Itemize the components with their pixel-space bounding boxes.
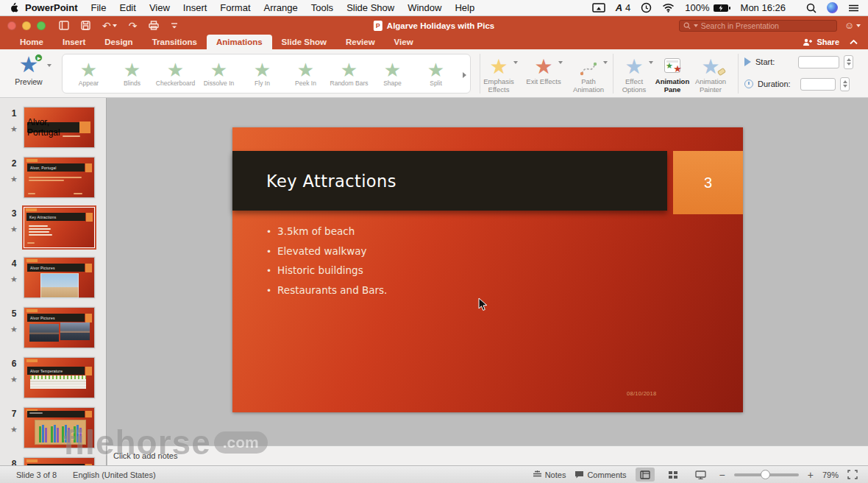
search-scope-caret[interactable] <box>694 24 698 27</box>
slide-body-placeholder[interactable]: 3.5km of beach Elevated walkway Historic… <box>266 225 387 303</box>
animation-pane-button[interactable]: Animation Pane <box>652 54 693 94</box>
menubar-clock[interactable]: Mon 16:26 <box>741 2 786 13</box>
close-window-button[interactable] <box>7 21 16 30</box>
zoom-slider[interactable] <box>734 473 799 476</box>
gallery-item-appear[interactable]: ★Appear <box>67 60 110 88</box>
gallery-more-arrow[interactable] <box>463 72 466 78</box>
animation-painter-button[interactable]: ★ Animation Painter <box>690 54 731 94</box>
tab-insert[interactable]: Insert <box>53 35 95 49</box>
effect-options-button[interactable]: ★ Effect Options <box>613 54 655 94</box>
app-status-badge[interactable]: A4 <box>616 2 631 13</box>
menu-insert[interactable]: Insert <box>177 2 214 13</box>
path-animation-caret[interactable] <box>603 61 608 64</box>
slide-sorter-view-button[interactable] <box>664 468 683 482</box>
battery-status[interactable]: 100% <box>685 2 730 13</box>
menu-file[interactable]: File <box>85 2 113 13</box>
print-button[interactable] <box>149 21 159 30</box>
menu-format[interactable]: Format <box>213 2 257 13</box>
zoom-slider-knob[interactable] <box>761 470 770 479</box>
menu-edit[interactable]: Edit <box>113 2 142 13</box>
language-indicator[interactable]: English (United States) <box>73 470 156 479</box>
path-animation-button[interactable]: Path Animation <box>568 54 609 94</box>
fit-slide-to-window-button[interactable] <box>847 470 858 479</box>
duration-field[interactable] <box>800 78 836 91</box>
notes-toggle-button[interactable]: Notes <box>533 470 566 479</box>
start-stepper[interactable] <box>844 55 853 69</box>
preview-button[interactable]: ★▶ Preview <box>6 54 51 86</box>
siri-icon[interactable] <box>827 2 838 13</box>
duration-stepper[interactable] <box>840 77 850 91</box>
gallery-item-peek-in[interactable]: ★Peek In <box>284 60 327 88</box>
wifi-icon[interactable] <box>662 3 675 13</box>
tab-view[interactable]: View <box>385 35 423 49</box>
tab-transitions[interactable]: Transitions <box>143 35 207 49</box>
gallery-item-checkerboard[interactable]: ★Checkerboard <box>154 60 197 88</box>
slide-count-indicator[interactable]: Slide 3 of 8 <box>16 470 57 479</box>
slideshow-view-button[interactable] <box>691 468 711 482</box>
gallery-item-blinds[interactable]: ★Blinds <box>110 60 154 88</box>
collapse-ribbon-button[interactable] <box>850 40 858 44</box>
preview-dropdown-caret[interactable] <box>47 64 51 67</box>
menu-view[interactable]: View <box>143 2 177 13</box>
slide-thumbnail-5[interactable]: Alvor Pictures <box>24 307 95 348</box>
menu-tools[interactable]: Tools <box>305 2 340 13</box>
zoom-window-button[interactable] <box>37 21 46 30</box>
gallery-item-shape[interactable]: ★Shape <box>371 60 414 88</box>
share-button[interactable]: Share <box>803 38 839 46</box>
menu-arrange[interactable]: Arrange <box>257 2 305 13</box>
tab-home[interactable]: Home <box>10 35 53 49</box>
tab-animations[interactable]: Animations <box>207 35 272 49</box>
slide-number-box[interactable]: 3 <box>673 151 743 214</box>
toolbar-overflow-button[interactable] <box>171 22 178 29</box>
emphasis-effects-button[interactable]: ★ Emphasis Effects <box>478 54 519 94</box>
menu-slide-show[interactable]: Slide Show <box>340 2 401 13</box>
save-button[interactable] <box>81 21 90 30</box>
show-pane-button[interactable] <box>59 21 69 30</box>
exit-caret[interactable] <box>558 61 563 64</box>
slide-thumbnail-4[interactable]: Alvor Pictures <box>24 257 95 298</box>
menu-window[interactable]: Window <box>401 2 448 13</box>
redo-button[interactable]: ↷ <box>129 21 138 31</box>
share-label: Share <box>817 38 839 46</box>
app-badge-count: 4 <box>625 2 630 13</box>
slide-thumbnail-7[interactable] <box>24 407 95 448</box>
zoom-out-button[interactable]: − <box>719 470 725 480</box>
gallery-item-random-bars[interactable]: ★Random Bars <box>327 60 371 88</box>
menu-powerpoint[interactable]: PowerPoint <box>18 2 85 13</box>
undo-button[interactable]: ↶ <box>102 21 117 31</box>
slide-5-animation-star: ★ <box>10 325 18 334</box>
gallery-item-split[interactable]: ★Split <box>414 60 458 88</box>
tab-review[interactable]: Review <box>336 35 385 49</box>
slide-thumbnail-2[interactable]: Alvor, Portugal <box>24 157 95 198</box>
start-field[interactable] <box>798 56 839 68</box>
slide-thumbnail-8[interactable] <box>24 457 95 465</box>
undo-dropdown-caret[interactable] <box>113 24 117 27</box>
screen-mirroring-icon[interactable] <box>592 3 605 13</box>
zoom-in-button[interactable]: + <box>808 470 814 480</box>
slide-4-animation-star: ★ <box>10 275 18 284</box>
menu-help[interactable]: Help <box>448 2 481 13</box>
exit-effects-button[interactable]: ★ Exit Effects <box>523 54 564 86</box>
tab-design[interactable]: Design <box>95 35 142 49</box>
time-machine-icon[interactable] <box>641 2 652 13</box>
notes-pane[interactable]: Click to add notes <box>107 445 868 465</box>
normal-view-button[interactable] <box>636 468 655 482</box>
spotlight-search-icon[interactable] <box>806 3 817 13</box>
slide-thumbnail-3-selected[interactable]: Key Attractions <box>24 207 95 248</box>
minimize-window-button[interactable] <box>22 21 31 30</box>
gallery-item-fly-in[interactable]: ★Fly In <box>241 60 284 88</box>
comments-toggle-button[interactable]: Comments <box>574 470 626 479</box>
apple-menu-icon[interactable] <box>9 1 18 15</box>
feedback-smiley-button[interactable]: ☺ <box>844 21 861 30</box>
slide-canvas[interactable]: Key Attractions 3 3.5km of beach Elevate… <box>232 127 743 412</box>
slide-thumbnail-6[interactable]: Alvor Temperature <box>24 357 95 398</box>
slide-thumbnail-1[interactable]: Alvor, Portugal <box>24 107 95 148</box>
tab-slide-show[interactable]: Slide Show <box>272 35 336 49</box>
zoom-level[interactable]: 79% <box>822 470 839 479</box>
search-input[interactable]: Search in Presentation <box>679 20 837 32</box>
gallery-item-dissolve-in[interactable]: ★Dissolve In <box>197 60 241 88</box>
slide-title-placeholder[interactable]: Key Attractions <box>232 151 667 211</box>
emphasis-caret[interactable] <box>513 61 518 64</box>
notification-center-icon[interactable] <box>848 4 859 13</box>
feedback-caret[interactable] <box>856 24 861 27</box>
